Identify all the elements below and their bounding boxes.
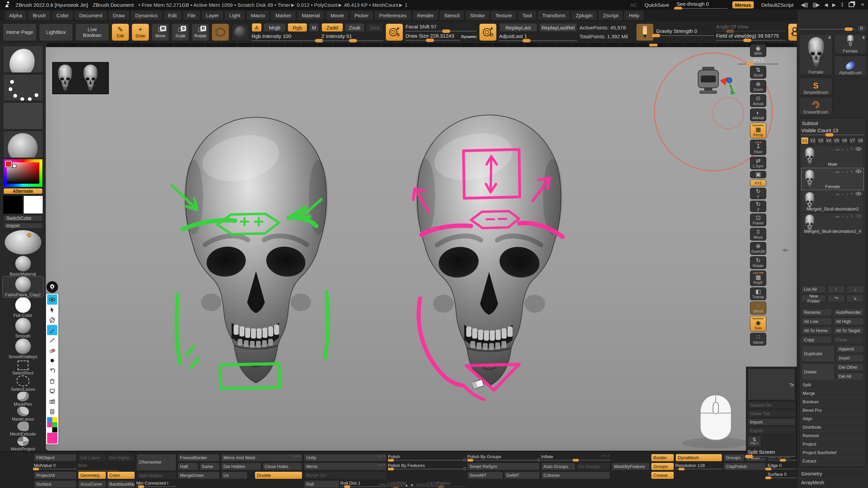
tool-thumb-alphabrush[interactable]: AlphaBrush <box>834 56 867 76</box>
slider-inflate[interactable]: Inflatex y z <box>541 454 610 462</box>
eye-icon[interactable] <box>855 169 862 174</box>
bottom-scroll-indicator[interactable]: ▲▼ <box>379 483 439 487</box>
shelf-bpr-button[interactable]: ◉BPR <box>750 44 766 57</box>
close-icon[interactable]: × <box>861 1 864 8</box>
tool-maskpen[interactable]: MaskPen <box>3 392 43 407</box>
section-remesh[interactable]: Remesh <box>801 431 864 440</box>
append-button[interactable]: Append <box>836 345 864 353</box>
material-slot[interactable]: FabioPaiva_Clay2 <box>3 131 43 158</box>
menu-help[interactable]: Help <box>624 11 644 20</box>
slider-resolution-128[interactable]: Resolution 128 <box>675 463 722 470</box>
button-mirror-and-weld[interactable]: Mirror And Weldx y z <box>221 454 302 462</box>
texture-export-button[interactable]: Export <box>748 427 795 434</box>
shelf-persp-button[interactable]: Dynamic▦Persp <box>750 123 766 138</box>
split-screen-slider[interactable]: Split Screen <box>748 449 795 457</box>
shelf-zoom3d-button[interactable]: ⊕Zoom3D <box>750 242 766 255</box>
button-double[interactable]: Double <box>255 471 302 479</box>
menu-brush[interactable]: Brush <box>28 11 50 20</box>
button-del-lower[interactable]: Del Lower <box>78 454 106 462</box>
item-icon[interactable]: ✎ <box>850 169 853 174</box>
palette-swatch-4[interactable] <box>47 427 52 432</box>
all-high-button[interactable]: All High <box>833 318 864 325</box>
item-icon[interactable]: ◐ <box>842 215 844 219</box>
new-folder-button[interactable]: New Folder <box>801 294 826 302</box>
eye-icon[interactable] <box>47 294 57 305</box>
menu-alpha[interactable]: Alpha <box>5 11 26 20</box>
button-mirror[interactable]: Mirrorx y z <box>304 463 387 470</box>
item-icon[interactable]: ◑ <box>846 170 848 174</box>
tray-top-slider[interactable] <box>799 27 855 29</box>
autoreorder-button[interactable]: AutoReorder <box>833 308 864 316</box>
button-projectall[interactable]: ProjectAll <box>34 471 77 479</box>
menu-light[interactable]: Light <box>225 11 245 20</box>
replay-last-rel-button[interactable]: ReplayLastRel <box>539 23 577 32</box>
clipboard-icon[interactable] <box>47 406 57 416</box>
material-sphere-button[interactable] <box>232 23 249 41</box>
all-to-target-button[interactable]: All To Target <box>833 327 864 334</box>
draw-button[interactable]: +Draw <box>132 23 149 41</box>
button-freezeborder[interactable]: FreezeBorder <box>178 454 220 462</box>
slider-polish-by-groups[interactable]: Polish By Groups <box>467 454 540 462</box>
item-icon[interactable]: ◑ <box>846 147 848 151</box>
draw-size-slider[interactable]: Draw Size 228.31243 <box>406 33 460 41</box>
field-of-view-slider[interactable]: Field of view(deg) 39.59775 <box>716 33 786 41</box>
menu-tool[interactable]: Tool <box>518 11 536 20</box>
menu-document[interactable]: Document <box>75 11 106 20</box>
tool-thumb-female-2[interactable]: 4 Female <box>834 34 867 54</box>
flip-v-button[interactable]: ⇅ Flip V <box>748 435 761 447</box>
material-flat-color[interactable]: Flat Color <box>3 297 43 318</box>
menu-transform[interactable]: Transform <box>538 11 570 20</box>
menu-movie[interactable]: Movie <box>326 11 348 20</box>
material-smoothvalleys[interactable]: SmoothValleys <box>3 339 43 359</box>
tab-v7[interactable]: V7 <box>849 137 856 144</box>
stroke-button[interactable] <box>212 23 229 41</box>
line-icon[interactable] <box>47 335 57 345</box>
adjust-last-icon-button[interactable]: D <box>479 23 497 41</box>
current-material-ball[interactable] <box>5 230 41 255</box>
brush-slot[interactable]: Move <box>3 46 43 73</box>
paint-mrgb-button[interactable]: Mrgb <box>263 23 286 32</box>
live-boolean-button[interactable]: Live Boolean <box>75 23 109 41</box>
tool-masklasso[interactable]: MaskLasso <box>3 407 43 422</box>
home-page-button[interactable]: Home Page <box>3 23 37 41</box>
paste-button[interactable]: Paste <box>833 336 864 344</box>
item-icon[interactable]: ●● <box>835 192 840 196</box>
section-distribute[interactable]: Distribute <box>801 423 864 431</box>
item-icon[interactable]: ◑ <box>846 192 848 196</box>
button-split-hidden[interactable]: Split Hidden <box>136 472 176 480</box>
paint-m-button[interactable]: M <box>309 23 319 32</box>
button-border[interactable]: Border <box>651 454 674 462</box>
button-close-holes[interactable]: Close Holes <box>262 463 303 470</box>
slider-edge-0[interactable]: Edge 0 <box>768 463 797 470</box>
item-icon[interactable]: ✎ <box>850 147 853 151</box>
slider-midvalue-0[interactable]: MidValue 0 <box>34 463 77 470</box>
move-in-button[interactable]: ↳ <box>846 294 864 302</box>
shelf-y-button[interactable]: ↻Y <box>750 188 766 199</box>
eye-icon[interactable] <box>855 214 862 219</box>
menu-color[interactable]: Color <box>52 11 73 20</box>
item-icon[interactable]: ↓ <box>831 215 833 219</box>
next-palette-icon[interactable]: ▶ <box>832 2 836 7</box>
section-project[interactable]: Project <box>801 440 864 448</box>
shelf-solo-button[interactable]: Dynamic◉Solo <box>750 316 766 331</box>
section-split[interactable]: Split <box>801 380 864 389</box>
shelf-xyz-button[interactable]: XYZ <box>750 180 766 186</box>
epic-pen-logo-icon[interactable] <box>46 281 58 293</box>
switch-color-button[interactable]: SwitchColor <box>3 215 43 221</box>
button-auto-groups[interactable]: Auto Groups <box>541 463 575 470</box>
paint-a-button[interactable]: A <box>252 23 262 32</box>
menu-marker[interactable]: Marker <box>271 11 296 20</box>
tab-v4[interactable]: V4 <box>825 137 832 144</box>
alpha-slot[interactable]: Alpha Off <box>3 102 43 129</box>
material-fabiopaiva-clay2[interactable]: FabioPaiva_Clay2 <box>3 277 43 297</box>
slider-polish[interactable]: Polish <box>388 454 466 462</box>
menu-draw[interactable]: Draw <box>108 11 129 20</box>
tool-thumb-simplebrush[interactable]: S SimpleBrush <box>799 77 832 96</box>
rgb-intensity-slider[interactable]: Rgb Intensity 100 <box>252 33 319 41</box>
button-same[interactable]: Same <box>199 463 220 470</box>
move-down-button[interactable]: ↓ <box>846 285 864 293</box>
texture-clone-txtr-button[interactable]: Clone Txtr <box>748 410 795 417</box>
slider-surface-0[interactable]: Surface 0 <box>768 471 797 479</box>
tool-meshextrude[interactable]: MeshExtrude <box>3 422 43 436</box>
right-tray-toggle-icon[interactable]: ||||▶ <box>812 2 819 7</box>
